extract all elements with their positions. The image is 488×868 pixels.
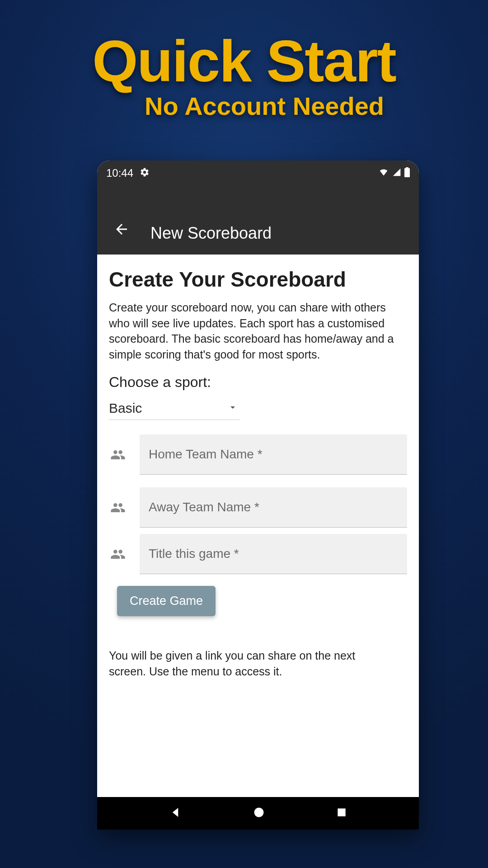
people-icon	[109, 447, 127, 462]
back-button[interactable]	[111, 218, 132, 242]
sport-section-label: Choose a sport:	[109, 374, 407, 391]
status-right	[378, 167, 410, 179]
footer-note: You will be given a link you can share o…	[109, 648, 407, 679]
game-title-row	[109, 534, 407, 574]
battery-icon	[404, 167, 410, 179]
nav-back-icon[interactable]	[169, 806, 182, 821]
nav-recent-icon[interactable]	[336, 807, 347, 820]
svg-point-0	[254, 808, 264, 817]
home-team-row	[109, 434, 407, 475]
home-team-input[interactable]	[140, 434, 407, 475]
app-bar: New Scoreboard	[97, 186, 419, 255]
chevron-down-icon	[227, 402, 238, 415]
svg-rect-1	[338, 808, 345, 816]
status-time: 10:44	[106, 167, 133, 179]
nav-home-icon[interactable]	[253, 806, 265, 821]
hero-subtitle: No Account Needed	[145, 91, 384, 121]
status-left: 10:44	[106, 167, 150, 179]
signal-icon	[392, 168, 402, 179]
page-description: Create your scoreboard now, you can shar…	[109, 300, 407, 362]
sport-select[interactable]: Basic	[109, 398, 240, 420]
sport-select-value: Basic	[109, 401, 142, 416]
wifi-icon	[378, 168, 389, 179]
away-team-input[interactable]	[140, 487, 407, 528]
create-game-button[interactable]: Create Game	[117, 586, 216, 616]
gear-icon	[140, 167, 150, 179]
game-title-input[interactable]	[140, 534, 407, 574]
hero-title: Quick Start	[92, 27, 396, 95]
people-icon	[109, 547, 127, 562]
phone-frame: 10:44 New Scoreboard Create Your Scorebo…	[97, 160, 419, 830]
appbar-title: New Scoreboard	[150, 224, 272, 243]
status-bar: 10:44	[97, 160, 419, 186]
people-icon	[109, 500, 127, 515]
page-heading: Create Your Scoreboard	[109, 267, 407, 292]
content-area: Create Your Scoreboard Create your score…	[97, 255, 419, 797]
away-team-row	[109, 487, 407, 528]
android-nav-bar	[97, 797, 419, 830]
